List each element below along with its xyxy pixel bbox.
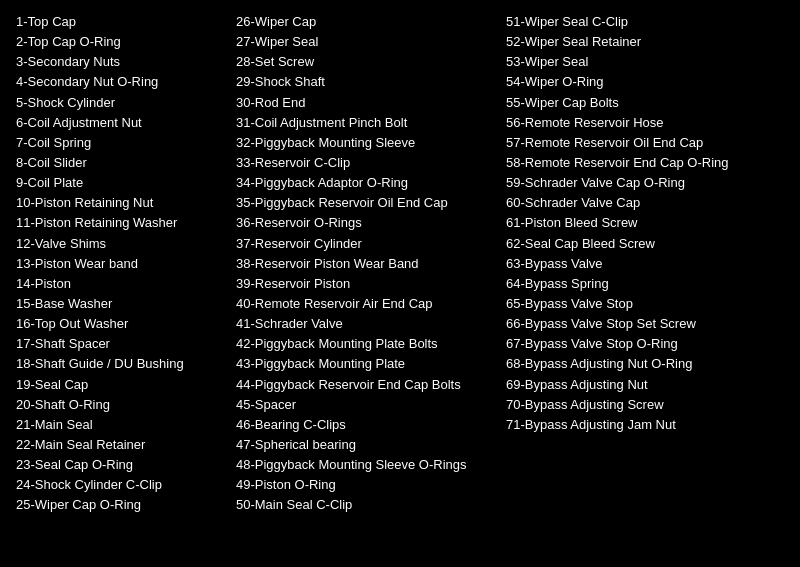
list-item: 55-Wiper Cap Bolts [506,93,800,113]
list-item: 57-Remote Reservoir Oil End Cap [506,133,800,153]
list-item: 41-Schrader Valve [236,314,496,334]
column-2: 26-Wiper Cap27-Wiper Seal28-Set Screw29-… [236,12,506,516]
list-item: 2-Top Cap O-Ring [16,32,226,52]
list-item: 35-Piggyback Reservoir Oil End Cap [236,193,496,213]
list-item: 17-Shaft Spacer [16,334,226,354]
parts-list: 1-Top Cap2-Top Cap O-Ring3-Secondary Nut… [16,12,784,516]
list-item: 4-Secondary Nut O-Ring [16,72,226,92]
list-item: 36-Reservoir O-Rings [236,213,496,233]
list-item: 20-Shaft O-Ring [16,395,226,415]
list-item: 67-Bypass Valve Stop O-Ring [506,334,800,354]
column-3: 51-Wiper Seal C-Clip52-Wiper Seal Retain… [506,12,800,516]
list-item: 32-Piggyback Mounting Sleeve [236,133,496,153]
list-item: 25-Wiper Cap O-Ring [16,495,226,515]
list-item: 71-Bypass Adjusting Jam Nut [506,415,800,435]
list-item: 28-Set Screw [236,52,496,72]
list-item: 15-Base Washer [16,294,226,314]
list-item: 45-Spacer [236,395,496,415]
list-item: 58-Remote Reservoir End Cap O-Ring [506,153,800,173]
list-item: 11-Piston Retaining Washer [16,213,226,233]
list-item: 49-Piston O-Ring [236,475,496,495]
list-item: 46-Bearing C-Clips [236,415,496,435]
list-item: 60-Schrader Valve Cap [506,193,800,213]
list-item: 48-Piggyback Mounting Sleeve O-Rings [236,455,496,475]
list-item: 27-Wiper Seal [236,32,496,52]
list-item: 54-Wiper O-Ring [506,72,800,92]
list-item: 12-Valve Shims [16,234,226,254]
list-item: 56-Remote Reservoir Hose [506,113,800,133]
list-item: 6-Coil Adjustment Nut [16,113,226,133]
list-item: 47-Spherical bearing [236,435,496,455]
list-item: 66-Bypass Valve Stop Set Screw [506,314,800,334]
list-item: 40-Remote Reservoir Air End Cap [236,294,496,314]
list-item: 70-Bypass Adjusting Screw [506,395,800,415]
list-item: 68-Bypass Adjusting Nut O-Ring [506,354,800,374]
list-item: 30-Rod End [236,93,496,113]
list-item: 53-Wiper Seal [506,52,800,72]
list-item: 7-Coil Spring [16,133,226,153]
list-item: 14-Piston [16,274,226,294]
list-item: 43-Piggyback Mounting Plate [236,354,496,374]
list-item: 37-Reservoir Cylinder [236,234,496,254]
list-item: 16-Top Out Washer [16,314,226,334]
list-item: 3-Secondary Nuts [16,52,226,72]
list-item: 38-Reservoir Piston Wear Band [236,254,496,274]
list-item: 29-Shock Shaft [236,72,496,92]
list-item: 26-Wiper Cap [236,12,496,32]
list-item: 39-Reservoir Piston [236,274,496,294]
list-item: 64-Bypass Spring [506,274,800,294]
list-item: 5-Shock Cylinder [16,93,226,113]
list-item: 61-Piston Bleed Screw [506,213,800,233]
list-item: 51-Wiper Seal C-Clip [506,12,800,32]
list-item: 34-Piggyback Adaptor O-Ring [236,173,496,193]
list-item: 19-Seal Cap [16,375,226,395]
list-item: 9-Coil Plate [16,173,226,193]
list-item: 24-Shock Cylinder C-Clip [16,475,226,495]
list-item: 50-Main Seal C-Clip [236,495,496,515]
list-item: 52-Wiper Seal Retainer [506,32,800,52]
list-item: 59-Schrader Valve Cap O-Ring [506,173,800,193]
list-item: 10-Piston Retaining Nut [16,193,226,213]
list-item: 65-Bypass Valve Stop [506,294,800,314]
list-item: 44-Piggyback Reservoir End Cap Bolts [236,375,496,395]
list-item: 42-Piggyback Mounting Plate Bolts [236,334,496,354]
list-item: 33-Reservoir C-Clip [236,153,496,173]
list-item: 21-Main Seal [16,415,226,435]
list-item: 63-Bypass Valve [506,254,800,274]
list-item: 23-Seal Cap O-Ring [16,455,226,475]
list-item: 1-Top Cap [16,12,226,32]
list-item: 31-Coil Adjustment Pinch Bolt [236,113,496,133]
list-item: 13-Piston Wear band [16,254,226,274]
list-item: 8-Coil Slider [16,153,226,173]
list-item: 69-Bypass Adjusting Nut [506,375,800,395]
column-1: 1-Top Cap2-Top Cap O-Ring3-Secondary Nut… [16,12,236,516]
list-item: 22-Main Seal Retainer [16,435,226,455]
list-item: 62-Seal Cap Bleed Screw [506,234,800,254]
list-item: 18-Shaft Guide / DU Bushing [16,354,226,374]
